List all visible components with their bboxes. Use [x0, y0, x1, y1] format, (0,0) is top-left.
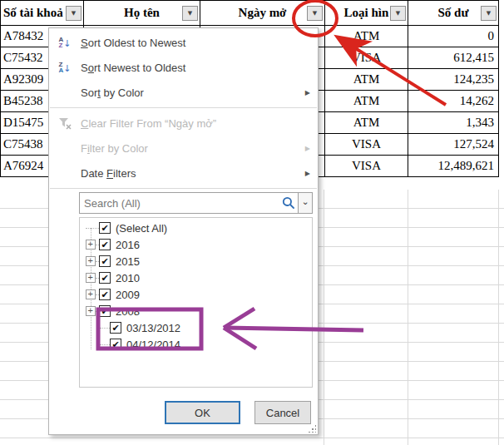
- menu-item-label: Date Filters: [81, 167, 136, 180]
- expand-plus-icon[interactable]: [86, 289, 96, 299]
- expand-plus-icon[interactable]: [86, 273, 96, 283]
- filter-value-date-1[interactable]: 03/13/2012: [80, 319, 312, 336]
- checkbox-checked-icon[interactable]: [99, 289, 111, 300]
- filter-value-2008[interactable]: 2008: [80, 303, 312, 319]
- balance-cell: 14,262: [408, 91, 499, 112]
- balance-cell: 1,343: [408, 112, 499, 134]
- expand-plus-icon[interactable]: [86, 256, 96, 266]
- type-cell: ATM: [325, 69, 408, 91]
- menu-item-filter-by-color: Filter by Color: [49, 136, 318, 161]
- menu-item-label: Filter by Color: [81, 142, 148, 155]
- search-icon: [282, 193, 298, 213]
- autofilter-menu: Sort Oldest to Newest Sort Newest to Old…: [48, 27, 319, 435]
- clear-filter-icon: [54, 111, 76, 136]
- checkbox-checked-icon[interactable]: [99, 222, 111, 234]
- label-text: lear Filter From “Ngày mở”: [88, 117, 216, 130]
- checkbox-checked-icon[interactable]: [110, 339, 121, 350]
- label-text: F: [81, 142, 87, 155]
- excel-filter-screenshot: Số tài khoả Họ tên Ngày mở Loại hìn Số d…: [0, 0, 504, 445]
- filter-value-2015[interactable]: 2015: [80, 253, 312, 269]
- type-cell: VISA: [325, 47, 408, 69]
- type-cell: ATM: [325, 91, 408, 112]
- filter-dropdown-icon[interactable]: [481, 6, 497, 21]
- expand-plus-icon[interactable]: [86, 306, 96, 316]
- type-cell: VISA: [325, 134, 408, 156]
- header-label: Số tài khoả: [3, 6, 63, 19]
- label-text: o: [88, 62, 94, 74]
- label-text: F: [106, 167, 113, 180]
- gridline: [498, 190, 499, 445]
- filter-value-2016[interactable]: 2016: [80, 236, 312, 253]
- menu-item-clear-filter: Clear Filter From “Ngày mở”: [49, 111, 318, 136]
- menu-item-label: Clear Filter From “Ngày mở”: [81, 117, 216, 130]
- label-text: ort Oldest to Newest: [88, 37, 186, 49]
- menu-item-date-filters[interactable]: Date Filters: [49, 161, 318, 185]
- label-text: Date: [81, 167, 106, 180]
- checkbox-checked-icon[interactable]: [110, 322, 121, 334]
- filter-dropdown-icon[interactable]: [66, 6, 82, 21]
- header-row: Số tài khoả Họ tên Ngày mở Loại hìn Số d…: [1, 1, 499, 26]
- filter-value-label: (Select All): [116, 222, 167, 235]
- filter-dropdown-icon-active[interactable]: [307, 6, 323, 21]
- filter-value-label: 2008: [116, 305, 140, 318]
- menu-item-label: Sort Oldest to Newest: [81, 37, 185, 49]
- column-header-name: Họ tên: [84, 1, 200, 26]
- search-dropdown-button[interactable]: [298, 193, 312, 213]
- filter-value-select-all[interactable]: (Select All): [80, 220, 312, 236]
- column-header-type: Loại hìn: [325, 1, 408, 26]
- filter-value-label: 2009: [116, 289, 140, 301]
- menu-item-label: Sort Newest to Oldest: [81, 62, 185, 74]
- label-text: lter by Color: [90, 142, 148, 155]
- menu-separator: [50, 188, 317, 189]
- type-cell: ATM: [325, 112, 408, 134]
- filter-values-list: (Select All) 2016 2015 2010 2009: [79, 217, 313, 388]
- filter-dropdown-icon[interactable]: [182, 6, 198, 21]
- filter-value-label: 03/13/2012: [126, 322, 180, 334]
- label-text: Sor: [81, 87, 97, 99]
- menu-item-sort-by-color[interactable]: Sort by Color: [49, 80, 318, 105]
- submenu-arrow-icon: [305, 80, 310, 105]
- checkbox-checked-icon[interactable]: [99, 272, 111, 284]
- filter-value-date-2[interactable]: 04/12/2014: [80, 336, 312, 353]
- dialog-buttons: OK Cancel: [49, 401, 318, 424]
- filter-value-2010[interactable]: 2010: [80, 269, 312, 286]
- menu-item-sort-newest[interactable]: Sort Newest to Oldest: [49, 55, 318, 80]
- label-text: S: [81, 37, 88, 49]
- menu-item-label: Sort by Color: [81, 87, 144, 99]
- column-header-account: Số tài khoả: [1, 1, 84, 26]
- search-input[interactable]: [80, 193, 282, 213]
- label-text: by Color: [101, 87, 144, 99]
- type-cell: VISA: [325, 156, 408, 177]
- ok-button[interactable]: OK: [165, 401, 240, 424]
- balance-cell: 124,235: [408, 69, 499, 91]
- column-header-balance: Số dư: [408, 1, 499, 26]
- filter-value-label: 2010: [116, 272, 140, 284]
- checkbox-checked-icon[interactable]: [99, 239, 111, 250]
- balance-cell: 0: [408, 26, 499, 47]
- checkbox-checked-icon[interactable]: [99, 305, 111, 317]
- filter-value-label: 2016: [116, 239, 140, 251]
- label-text: C: [81, 117, 88, 130]
- menu-item-sort-oldest[interactable]: Sort Oldest to Newest: [49, 30, 318, 55]
- balance-cell: 612,415: [408, 47, 499, 69]
- checkbox-checked-icon[interactable]: [99, 255, 111, 267]
- filter-value-label: 2015: [116, 255, 140, 268]
- label-text: S: [81, 62, 88, 74]
- sort-ascending-icon: [54, 30, 76, 55]
- filter-dropdown-icon[interactable]: [390, 6, 406, 21]
- menu-separator: [50, 107, 317, 108]
- expand-plus-icon[interactable]: [86, 240, 96, 250]
- header-label: Loại hìn: [344, 6, 389, 19]
- submenu-arrow-icon: [305, 161, 310, 185]
- resize-grip[interactable]: [308, 424, 316, 433]
- filter-value-2009[interactable]: 2009: [80, 286, 312, 303]
- balance-cell: 127,524: [408, 134, 499, 156]
- balance-cell: 12,489,621: [408, 156, 499, 177]
- label-text: ilters: [113, 167, 136, 180]
- cancel-button[interactable]: Cancel: [254, 401, 311, 424]
- header-label: Số dư: [438, 6, 469, 19]
- type-cell: ATM: [325, 26, 408, 47]
- search-box: [79, 192, 313, 214]
- column-header-date: Ngày mở: [200, 1, 325, 26]
- header-label: Ngày mở: [239, 6, 287, 19]
